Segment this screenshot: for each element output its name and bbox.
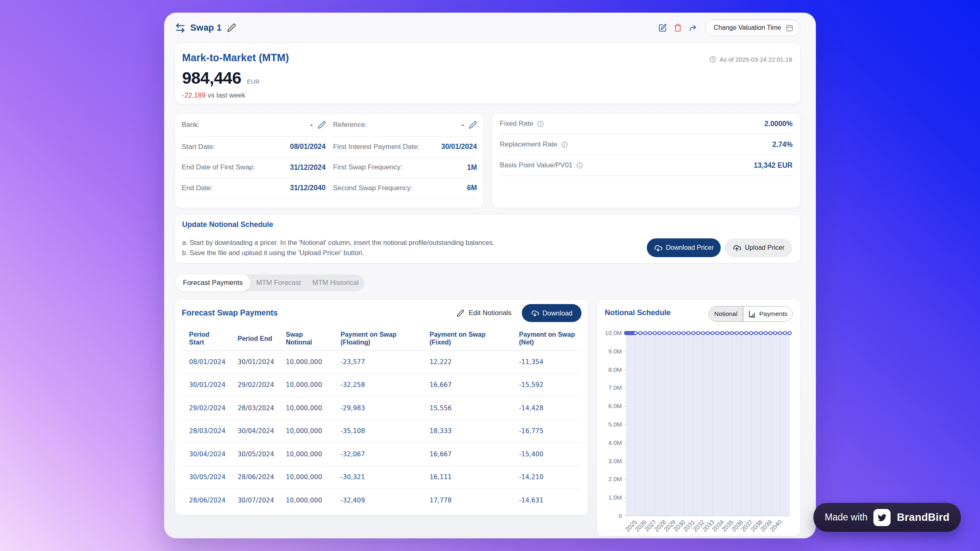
detail-row: First Swap Frequency:1M: [333, 158, 477, 178]
delete-icon[interactable]: [674, 24, 682, 32]
detail-column: Bank:-Start Date:08/01/2024End Date of F…: [182, 113, 326, 208]
share-icon[interactable]: [689, 24, 697, 32]
mtm-card: Mark-to-Market (MTM) 984,446 EUR -22,189…: [175, 43, 800, 104]
detail-value: 6M: [467, 184, 477, 192]
svg-text:7.0M: 7.0M: [608, 384, 622, 391]
column-header: Payment on Swap (Net): [519, 331, 581, 346]
svg-text:0: 0: [619, 512, 622, 519]
update-notional-title: Update Notional Schedule: [182, 220, 792, 229]
detail-value: 1M: [467, 163, 477, 172]
mtm-delta-suffix: vs last week: [206, 91, 245, 99]
clock-icon: [709, 56, 716, 63]
rate-value: 2.74%: [772, 140, 793, 149]
upload-pricer-button[interactable]: Upload Pricer: [725, 238, 792, 257]
tab-mtm-forecast[interactable]: MTM Forecast: [250, 274, 307, 291]
table-row: 30/01/202429/02/202410,000,000-32,25816,…: [182, 374, 581, 397]
detail-row: End Date of First Swap:31/12/2024: [182, 158, 326, 178]
detail-value: 31/12/2040: [290, 184, 326, 192]
edit-value-icon[interactable]: [318, 121, 326, 129]
table-cell: -16,775: [519, 427, 581, 435]
column-header: Payment on Swap (Floating): [341, 331, 430, 346]
info-icon[interactable]: [561, 141, 568, 148]
svg-text:10.0M: 10.0M: [605, 329, 622, 336]
table-header-row: Period StartPeriod EndSwap NotionalPayme…: [182, 327, 581, 351]
swap-panel: Swap 1 Change Valuation Time: [164, 13, 816, 538]
update-notional-card: Update Notional Schedule a. Start by dow…: [175, 215, 800, 263]
detail-value-text: -: [461, 121, 464, 129]
mtm-value: 984,446: [182, 69, 241, 88]
mtm-delta: -22,189: [182, 91, 206, 99]
svg-text:2.0M: 2.0M: [608, 475, 622, 482]
rate-row: Replacement Rate2.74%: [500, 134, 793, 155]
rate-label: Fixed Rate: [500, 120, 544, 128]
table-cell: 28/06/2024: [238, 473, 286, 481]
table-cell: -35,108: [341, 427, 430, 435]
table-cell: -11,354: [519, 358, 581, 366]
svg-text:4.0M: 4.0M: [608, 439, 622, 446]
table-cell: 16,111: [430, 473, 519, 481]
rate-row: Basis Point Value/PV0113,342 EUR: [500, 155, 793, 176]
table-cell: 10,000,000: [286, 404, 341, 412]
info-icon[interactable]: [537, 120, 544, 127]
table-cell: -29,983: [341, 404, 430, 412]
table-row: 30/05/202428/06/202410,000,000-30,32116,…: [182, 466, 581, 489]
edit-icon[interactable]: [658, 24, 667, 32]
table-cell: 28/03/2024: [182, 427, 238, 435]
table-cell: -15,592: [519, 381, 581, 389]
edit-value-icon[interactable]: [469, 121, 477, 129]
table-cell: 30/04/2024: [182, 451, 238, 458]
table-row: 08/01/202430/01/202410,000,000-23,57712,…: [182, 351, 581, 374]
download-button[interactable]: Download: [522, 304, 581, 322]
column-header: Payment on Swap (Fixed): [430, 331, 519, 346]
detail-label: End Date:: [182, 184, 213, 192]
table-row: 29/02/202428/03/202410,000,000-29,98315,…: [182, 397, 581, 420]
table-cell: 10,000,000: [286, 451, 341, 458]
cloud-download-icon: [531, 309, 539, 317]
info-icon[interactable]: [576, 162, 583, 169]
detail-row: Reference:-: [333, 113, 477, 137]
edit-title-icon[interactable]: [227, 23, 236, 32]
badge-brand: BrandBird: [897, 511, 949, 524]
detail-row: End Date:31/12/2040: [182, 178, 326, 199]
cloud-upload-icon: [733, 244, 741, 252]
rate-label: Replacement Rate: [500, 140, 568, 149]
download-pricer-label: Download Pricer: [666, 244, 714, 251]
detail-value: 30/01/2024: [441, 142, 477, 151]
column-header: Period End: [238, 335, 286, 342]
detail-value-text: 08/01/2024: [290, 142, 326, 151]
table-row: 28/03/202430/04/202410,000,000-35,10818,…: [182, 420, 581, 443]
valuation-timestamp: As of 2025-03-24 22:01:18: [709, 56, 792, 63]
table-cell: 30/01/2024: [238, 358, 286, 366]
detail-row: First Interest Payment Date:30/01/2024: [333, 137, 477, 158]
tab-forecast-payments[interactable]: Forecast Payments: [175, 274, 250, 291]
table-cell: 30/01/2024: [182, 381, 238, 389]
detail-value-text: -: [310, 121, 313, 129]
detail-value: 08/01/2024: [290, 142, 326, 151]
table-cell: -14,210: [519, 473, 581, 481]
svg-text:1.0M: 1.0M: [608, 494, 622, 501]
table-cell: 30/05/2024: [182, 473, 238, 481]
forecast-payments-card: Forecast Swap Payments Edit Notionals Do…: [175, 300, 588, 515]
table-cell: 30/05/2024: [238, 451, 286, 458]
rates-card: Fixed Rate2.0000%Replacement Rate2.74%Ba…: [492, 113, 800, 208]
detail-label: Second Swap Frequency:: [333, 184, 413, 192]
payments-table: Period StartPeriod EndSwap NotionalPayme…: [182, 327, 581, 512]
edit-notionals-button[interactable]: Edit Notionals: [457, 309, 512, 317]
badge-prefix: Made with: [825, 512, 868, 523]
detail-column: Reference:-First Interest Payment Date:3…: [333, 113, 477, 208]
detail-label: End Date of First Swap:: [182, 163, 255, 171]
rate-value: 2.0000%: [764, 120, 793, 128]
detail-row: Second Swap Frequency:6M: [333, 178, 477, 199]
table-cell: 10,000,000: [286, 473, 341, 481]
detail-value: 31/12/2024: [290, 163, 326, 172]
view-tabs: Forecast PaymentsMTM ForecastMTM Histori…: [175, 274, 364, 291]
download-pricer-button[interactable]: Download Pricer: [647, 238, 721, 257]
svg-text:9.0M: 9.0M: [608, 348, 622, 355]
swap-details-card: Bank:-Start Date:08/01/2024End Date of F…: [175, 113, 483, 208]
tab-mtm-historical[interactable]: MTM Historical: [307, 274, 364, 291]
detail-value-text: 30/01/2024: [441, 142, 477, 151]
table-cell: 17,778: [430, 497, 519, 504]
table-cell: -15,400: [519, 451, 581, 458]
table-cell: 16,667: [430, 381, 519, 389]
change-valuation-time-button[interactable]: Change Valuation Time: [705, 20, 800, 36]
